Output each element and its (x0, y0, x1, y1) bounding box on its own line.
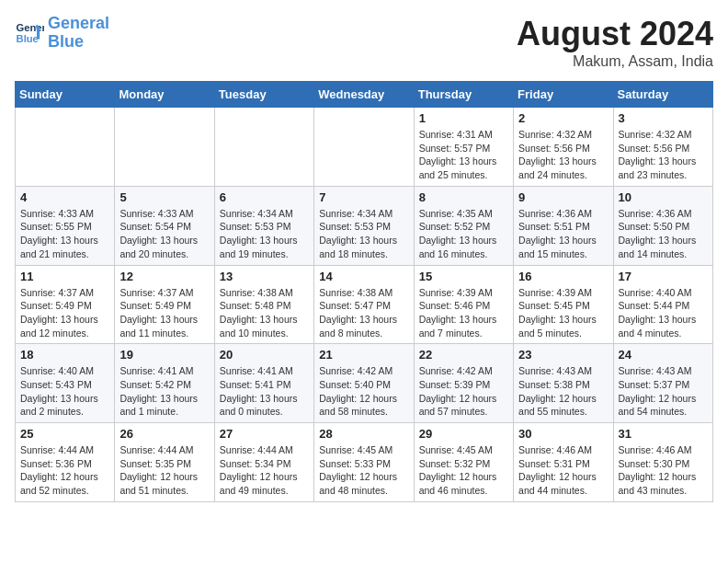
day-number: 19 (119, 348, 209, 362)
day-info: Sunrise: 4:44 AMSunset: 5:34 PMDaylight:… (220, 443, 309, 498)
title-block: August 2024 Makum, Assam, India (517, 15, 713, 70)
day-cell: 10Sunrise: 4:36 AMSunset: 5:50 PMDayligh… (613, 186, 712, 265)
day-number: 13 (220, 270, 309, 283)
month-year: August 2024 (517, 15, 713, 53)
day-number: 28 (319, 427, 408, 441)
day-number: 23 (518, 348, 608, 362)
day-cell: 19Sunrise: 4:41 AMSunset: 5:42 PMDayligh… (115, 344, 214, 423)
weekday-header-monday: Monday (115, 82, 214, 108)
day-info: Sunrise: 4:40 AMSunset: 5:44 PMDaylight:… (619, 286, 708, 340)
day-number: 11 (20, 270, 109, 283)
day-cell: 5Sunrise: 4:33 AMSunset: 5:54 PMDaylight… (115, 186, 214, 265)
day-number: 5 (119, 190, 209, 204)
day-cell: 29Sunrise: 4:45 AMSunset: 5:32 PMDayligh… (414, 423, 513, 502)
day-info: Sunrise: 4:45 AMSunset: 5:32 PMDaylight:… (419, 443, 508, 498)
day-number: 30 (518, 427, 608, 441)
day-number: 16 (518, 270, 608, 283)
day-info: Sunrise: 4:42 AMSunset: 5:40 PMDaylight:… (319, 364, 408, 419)
day-cell: 20Sunrise: 4:41 AMSunset: 5:41 PMDayligh… (214, 344, 313, 423)
day-cell: 18Sunrise: 4:40 AMSunset: 5:43 PMDayligh… (16, 344, 115, 423)
day-info: Sunrise: 4:44 AMSunset: 5:35 PMDaylight:… (119, 443, 209, 498)
day-number: 1 (419, 111, 508, 125)
weekday-header-sunday: Sunday (16, 82, 115, 108)
day-cell: 21Sunrise: 4:42 AMSunset: 5:40 PMDayligh… (314, 344, 414, 423)
day-info: Sunrise: 4:40 AMSunset: 5:43 PMDaylight:… (20, 364, 109, 419)
day-info: Sunrise: 4:41 AMSunset: 5:42 PMDaylight:… (119, 364, 209, 419)
day-info: Sunrise: 4:32 AMSunset: 5:56 PMDaylight:… (518, 128, 608, 182)
day-number: 6 (220, 190, 309, 204)
weekday-header-tuesday: Tuesday (214, 82, 313, 108)
day-info: Sunrise: 4:46 AMSunset: 5:31 PMDaylight:… (518, 443, 608, 498)
day-cell: 25Sunrise: 4:44 AMSunset: 5:36 PMDayligh… (16, 423, 115, 502)
day-cell: 16Sunrise: 4:39 AMSunset: 5:45 PMDayligh… (514, 265, 613, 344)
weekday-header-wednesday: Wednesday (314, 82, 414, 108)
weekday-header-saturday: Saturday (613, 82, 712, 108)
day-cell (314, 108, 414, 187)
day-number: 4 (20, 190, 109, 204)
day-info: Sunrise: 4:43 AMSunset: 5:38 PMDaylight:… (518, 364, 608, 419)
day-number: 12 (119, 270, 209, 283)
day-info: Sunrise: 4:34 AMSunset: 5:53 PMDaylight:… (220, 207, 309, 261)
day-cell: 8Sunrise: 4:35 AMSunset: 5:52 PMDaylight… (414, 186, 513, 265)
day-cell: 15Sunrise: 4:39 AMSunset: 5:46 PMDayligh… (414, 265, 513, 344)
day-info: Sunrise: 4:39 AMSunset: 5:46 PMDaylight:… (419, 286, 508, 340)
svg-text:General: General (17, 22, 44, 33)
day-info: Sunrise: 4:45 AMSunset: 5:33 PMDaylight:… (319, 443, 408, 498)
calendar: SundayMondayTuesdayWednesdayThursdayFrid… (15, 81, 713, 502)
day-number: 29 (419, 427, 508, 441)
day-info: Sunrise: 4:39 AMSunset: 5:45 PMDaylight:… (518, 286, 608, 340)
day-number: 15 (419, 270, 508, 283)
day-number: 18 (20, 348, 109, 362)
day-number: 25 (20, 427, 109, 441)
day-number: 14 (319, 270, 408, 283)
day-cell (16, 108, 115, 187)
day-number: 21 (319, 348, 408, 362)
week-row-3: 11Sunrise: 4:37 AMSunset: 5:49 PMDayligh… (16, 265, 713, 344)
day-cell: 4Sunrise: 4:33 AMSunset: 5:55 PMDaylight… (16, 186, 115, 265)
day-cell: 7Sunrise: 4:34 AMSunset: 5:53 PMDaylight… (314, 186, 414, 265)
day-number: 7 (319, 190, 408, 204)
day-number: 3 (619, 111, 708, 125)
day-info: Sunrise: 4:38 AMSunset: 5:48 PMDaylight:… (220, 286, 309, 340)
day-number: 31 (619, 427, 708, 441)
day-info: Sunrise: 4:34 AMSunset: 5:53 PMDaylight:… (319, 207, 408, 261)
day-number: 17 (619, 270, 708, 283)
day-cell: 11Sunrise: 4:37 AMSunset: 5:49 PMDayligh… (16, 265, 115, 344)
day-cell: 2Sunrise: 4:32 AMSunset: 5:56 PMDaylight… (514, 108, 613, 187)
day-cell: 23Sunrise: 4:43 AMSunset: 5:38 PMDayligh… (514, 344, 613, 423)
day-cell: 31Sunrise: 4:46 AMSunset: 5:30 PMDayligh… (613, 423, 712, 502)
week-row-5: 25Sunrise: 4:44 AMSunset: 5:36 PMDayligh… (16, 423, 713, 502)
day-cell: 22Sunrise: 4:42 AMSunset: 5:39 PMDayligh… (414, 344, 513, 423)
weekday-header-row: SundayMondayTuesdayWednesdayThursdayFrid… (16, 82, 713, 108)
day-info: Sunrise: 4:38 AMSunset: 5:47 PMDaylight:… (319, 286, 408, 340)
day-number: 9 (518, 190, 608, 204)
day-cell: 17Sunrise: 4:40 AMSunset: 5:44 PMDayligh… (613, 265, 712, 344)
day-cell: 13Sunrise: 4:38 AMSunset: 5:48 PMDayligh… (214, 265, 313, 344)
day-number: 24 (619, 348, 708, 362)
day-cell: 26Sunrise: 4:44 AMSunset: 5:35 PMDayligh… (115, 423, 214, 502)
day-cell: 24Sunrise: 4:43 AMSunset: 5:37 PMDayligh… (613, 344, 712, 423)
logo: General Blue General Blue (15, 15, 109, 52)
day-cell: 1Sunrise: 4:31 AMSunset: 5:57 PMDaylight… (414, 108, 513, 187)
day-number: 8 (419, 190, 508, 204)
day-info: Sunrise: 4:37 AMSunset: 5:49 PMDaylight:… (119, 286, 209, 340)
day-info: Sunrise: 4:41 AMSunset: 5:41 PMDaylight:… (220, 364, 309, 419)
day-info: Sunrise: 4:33 AMSunset: 5:54 PMDaylight:… (119, 207, 209, 261)
day-cell: 30Sunrise: 4:46 AMSunset: 5:31 PMDayligh… (514, 423, 613, 502)
day-info: Sunrise: 4:42 AMSunset: 5:39 PMDaylight:… (419, 364, 508, 419)
day-info: Sunrise: 4:32 AMSunset: 5:56 PMDaylight:… (619, 128, 708, 182)
week-row-2: 4Sunrise: 4:33 AMSunset: 5:55 PMDaylight… (16, 186, 713, 265)
location: Makum, Assam, India (517, 53, 713, 70)
day-number: 20 (220, 348, 309, 362)
week-row-1: 1Sunrise: 4:31 AMSunset: 5:57 PMDaylight… (16, 108, 713, 187)
weekday-header-friday: Friday (514, 82, 613, 108)
page-header: General Blue General Blue August 2024 Ma… (15, 15, 713, 70)
logo-text: General Blue (48, 15, 109, 52)
day-info: Sunrise: 4:36 AMSunset: 5:51 PMDaylight:… (518, 207, 608, 261)
day-info: Sunrise: 4:43 AMSunset: 5:37 PMDaylight:… (619, 364, 708, 419)
week-row-4: 18Sunrise: 4:40 AMSunset: 5:43 PMDayligh… (16, 344, 713, 423)
logo-icon: General Blue (15, 18, 44, 48)
day-number: 26 (119, 427, 209, 441)
svg-text:Blue: Blue (17, 32, 39, 43)
day-info: Sunrise: 4:37 AMSunset: 5:49 PMDaylight:… (20, 286, 109, 340)
